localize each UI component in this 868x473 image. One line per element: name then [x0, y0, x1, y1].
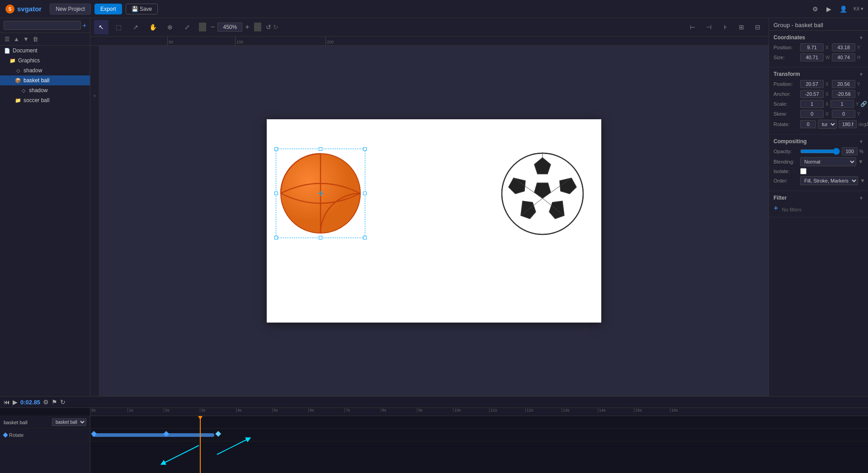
position-row: Position: X Y: [774, 43, 863, 52]
transform-x-input[interactable]: [800, 80, 824, 88]
document-item[interactable]: 📄 Document: [0, 46, 90, 56]
keyframe-end[interactable]: [215, 431, 221, 436]
toolbar-separator: [199, 23, 206, 32]
handle-tc[interactable]: [319, 147, 322, 151]
blending-select[interactable]: Normal: [800, 157, 856, 166]
tl-loop-button[interactable]: ↻: [60, 398, 66, 406]
soccerball-group[interactable]: [497, 149, 588, 240]
graphics-folder[interactable]: 📁 Graphics: [0, 56, 90, 66]
opacity-val-input[interactable]: [842, 147, 858, 155]
position-x-input[interactable]: [800, 43, 824, 52]
opacity-slider[interactable]: [800, 148, 840, 155]
ruler-15s: 15s: [634, 408, 642, 412]
anchor-y-input[interactable]: [832, 90, 855, 98]
rotate-direction-button[interactable]: ↺: [865, 121, 868, 127]
new-project-button[interactable]: New Project: [50, 4, 91, 14]
basketball-item[interactable]: 📦 basket ball: [0, 75, 90, 85]
add-filter-button[interactable]: +: [774, 204, 778, 213]
handle-mr[interactable]: [363, 192, 367, 195]
search-input[interactable]: balls: [4, 21, 81, 30]
node-tool[interactable]: ⊕: [163, 20, 177, 34]
ruler-1s: 1s: [127, 408, 133, 412]
transform-y-input[interactable]: [832, 80, 855, 88]
ruler-spacer: [0, 408, 90, 416]
size-label: Size:: [774, 55, 798, 60]
handle-ml[interactable]: [274, 192, 278, 195]
select-tool[interactable]: ↖: [94, 20, 108, 34]
add-layer-button[interactable]: +: [83, 22, 86, 29]
anchor-row: Anchor: X Y: [774, 90, 863, 98]
user-avatar[interactable]: 👤: [838, 4, 849, 14]
direct-select-tool[interactable]: ↗: [128, 20, 143, 34]
playhead-arrow: [198, 416, 203, 420]
anchor-x-input[interactable]: [800, 90, 824, 98]
shadow1-item[interactable]: ◇ shadow: [0, 66, 90, 75]
export-button[interactable]: Export: [94, 4, 122, 14]
redo-button[interactable]: ↻: [273, 23, 278, 31]
skew-y-input[interactable]: [832, 110, 855, 118]
rotate-val-input[interactable]: [800, 120, 816, 128]
soccerball-item[interactable]: 📁 soccer ball: [0, 95, 90, 105]
track-dropdown[interactable]: basket ball: [52, 418, 86, 426]
handle-bl[interactable]: [274, 236, 278, 239]
ruler-5s: 5s: [272, 408, 278, 412]
size-h-input[interactable]: [832, 53, 855, 61]
ruler-mark-100: 100: [235, 37, 243, 45]
filter-title[interactable]: Filter ▼: [774, 195, 863, 201]
canvas-background[interactable]: ✛: [267, 119, 601, 323]
rect-select-tool[interactable]: ⬚: [111, 20, 126, 34]
coordinates-title[interactable]: Coordinates ▼: [774, 34, 863, 41]
tl-marker-button[interactable]: ⚑: [52, 398, 57, 406]
compositing-title[interactable]: Compositing ▼: [774, 138, 863, 145]
collapse-up-button[interactable]: ▲: [13, 35, 20, 43]
play-icon[interactable]: ▶: [825, 4, 833, 14]
tl-rewind-button[interactable]: ⏮: [4, 398, 10, 406]
pan-tool[interactable]: ✋: [146, 20, 160, 34]
isolate-checkbox[interactable]: [800, 168, 807, 174]
toolbar-separator2: [254, 23, 261, 32]
distribute-button[interactable]: ⊧: [718, 20, 732, 34]
position-y-input[interactable]: [832, 43, 855, 52]
order-select[interactable]: Fill, Stroke, Markers: [800, 176, 858, 185]
save-button[interactable]: 💾 Save: [126, 4, 158, 14]
handle-br[interactable]: [363, 236, 367, 239]
playhead[interactable]: [200, 416, 201, 473]
scale-y-input[interactable]: [830, 100, 854, 108]
ax-label: X: [826, 92, 830, 97]
scale-label: Scale:: [774, 101, 798, 107]
ruler-mark-50: 50: [167, 37, 173, 45]
rotate-unit-select[interactable]: turn: [818, 120, 837, 129]
group-icon: 📦: [14, 77, 22, 84]
list-view-button[interactable]: ☰: [4, 35, 11, 43]
canvas-wrapper[interactable]: 5: [90, 46, 769, 396]
undo-button[interactable]: ↺: [266, 23, 271, 31]
timeline-content[interactable]: [90, 416, 868, 473]
transform-title[interactable]: Transform ▼: [774, 71, 863, 77]
align-left-button[interactable]: ⊢: [685, 20, 700, 34]
logo: S svgator: [5, 4, 42, 14]
rotate-keyframe-row: [90, 429, 868, 441]
track-header: basket ball basket ball: [0, 416, 90, 429]
tl-settings-button[interactable]: ⚙: [43, 398, 49, 406]
size-w-input[interactable]: [800, 53, 824, 61]
rotate-deg-input[interactable]: [839, 120, 857, 128]
align-center-button[interactable]: ⊣: [702, 20, 716, 34]
collapse-down-button[interactable]: ▼: [22, 35, 30, 43]
settings-icon[interactable]: ⚙: [811, 4, 820, 14]
zoom-out-button[interactable]: −: [211, 23, 215, 31]
grid-button[interactable]: ⊞: [734, 20, 749, 34]
zoom-in-button[interactable]: +: [245, 23, 249, 31]
basketball-group[interactable]: ✛: [278, 151, 363, 237]
ruler-6s: 6s: [308, 408, 314, 412]
skew-x-input[interactable]: [800, 110, 824, 118]
shadow2-item[interactable]: ◇ shadow: [0, 85, 90, 95]
handle-tl[interactable]: [274, 147, 278, 151]
scale-x-input[interactable]: [800, 100, 824, 108]
tl-play-button[interactable]: ▶: [13, 398, 18, 406]
scale-tool[interactable]: ⤢: [180, 20, 194, 34]
delete-layer-button[interactable]: 🗑: [32, 35, 39, 43]
handle-bc[interactable]: [319, 236, 322, 239]
link-scale-button[interactable]: 🔗: [860, 101, 867, 107]
handle-tr[interactable]: [363, 147, 367, 151]
snap-button[interactable]: ⊟: [750, 20, 765, 34]
